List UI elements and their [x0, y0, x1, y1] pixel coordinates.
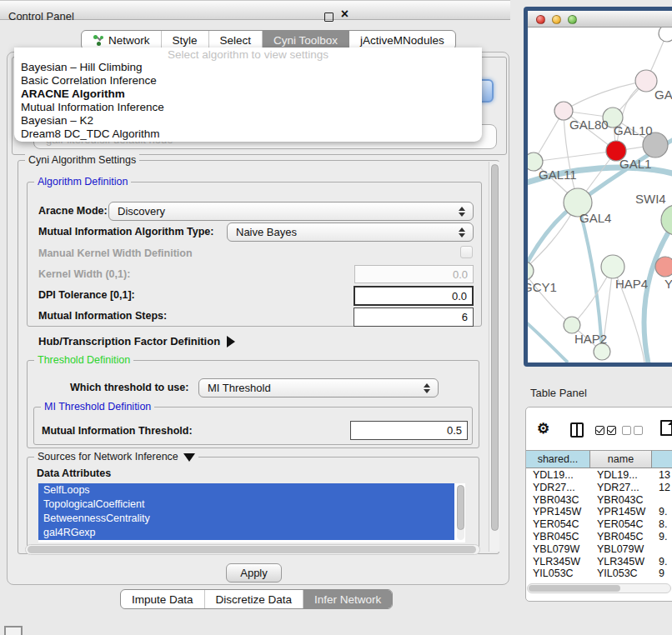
hub-definition-toggle[interactable]: Hub/Transcription Factor Definition [38, 335, 235, 348]
table-row[interactable]: YBR045CYBR045C9. [526, 531, 672, 543]
minimized-panel-icon[interactable] [4, 626, 23, 635]
tab-select[interactable]: Select [209, 31, 263, 49]
bottom-tabbar: Impute DataDiscretize DataInfer Network [120, 589, 393, 609]
attribute-list-item[interactable]: BetweennessCentrality [38, 512, 454, 526]
attributes-scrollbar-thumb[interactable] [457, 485, 464, 530]
settings-group-title: Cyni Algorithm Settings [25, 154, 139, 166]
tab-style[interactable]: Style [162, 31, 209, 49]
algorithm-dropdown-popup: Select algorithm to view settings Bayesi… [14, 48, 482, 142]
deselect-all-checkbox-icon[interactable] [634, 426, 643, 435]
network-edge[interactable] [644, 220, 672, 362]
network-node[interactable] [564, 317, 580, 333]
dropdown-item[interactable]: Bayesian – Hill Climbing [21, 61, 475, 74]
mi-type-combobox[interactable]: Naive Bayes [227, 222, 474, 242]
network-node-label: GAL11 [539, 168, 577, 182]
table-row[interactable]: YBR043CYBR043C [526, 494, 672, 507]
dropdown-item[interactable]: Basic Correlation Inference [21, 74, 475, 88]
which-threshold-combobox[interactable]: MI Threshold [198, 378, 439, 398]
network-edge[interactable] [564, 81, 646, 111]
network-node[interactable] [659, 28, 672, 42]
network-canvas[interactable]: GALGAL80GAL10GAL1GAL11SWI4GAL4HAP4YGCY1H… [528, 28, 672, 362]
table-cell: YBL079W [590, 543, 652, 556]
table-cell [652, 543, 672, 556]
aracne-mode-combobox[interactable]: Discovery [108, 202, 474, 221]
column-layout-icon[interactable] [570, 422, 584, 438]
dpi-tolerance-input[interactable] [354, 286, 474, 306]
network-node[interactable] [601, 255, 624, 278]
close-icon[interactable]: × [341, 8, 349, 21]
network-node[interactable] [528, 262, 534, 280]
kernel-width-label: Kernel Width (0,1): [38, 268, 130, 280]
which-threshold-label: Which threshold to use: [70, 382, 188, 393]
network-edge[interactable] [528, 315, 568, 362]
tab-network[interactable]: Network [82, 31, 162, 49]
table-horizontal-scrollbar[interactable] [527, 583, 671, 593]
table-panel-title: Table Panel [530, 387, 587, 399]
table-row[interactable]: YDR27...YDR27...12 [526, 482, 672, 494]
dropdown-item[interactable]: Mutual Information Inference [21, 101, 475, 114]
bottom-tab-infer-network[interactable]: Infer Network [303, 590, 392, 608]
minimize-traffic-light-icon[interactable] [552, 15, 561, 24]
tab-label: Cyni Toolbox [273, 34, 338, 47]
tab-cyni-toolbox[interactable]: Cyni Toolbox [263, 31, 349, 49]
network-window-titlebar[interactable] [528, 11, 672, 28]
mi-steps-input[interactable] [354, 308, 474, 327]
bottom-tab-discretize-data[interactable]: Discretize Data [205, 590, 304, 608]
network-node[interactable] [661, 205, 672, 235]
network-node-label: GAL1 [619, 157, 651, 171]
manual-kernel-checkbox[interactable] [460, 246, 473, 258]
attributes-scrollbar[interactable] [457, 485, 464, 540]
table-hscrollbar-thumb[interactable] [529, 585, 620, 592]
table-column-header[interactable]: name [590, 450, 652, 468]
apply-button[interactable]: Apply [226, 563, 282, 582]
mi-type-value: Naive Bayes [228, 226, 456, 238]
data-attributes-label: Data Attributes [37, 468, 111, 479]
tab-label: Network [108, 34, 150, 47]
network-node-label: Y [664, 277, 672, 291]
sources-horizontal-scrollbar[interactable] [25, 544, 480, 555]
mi-type-label: Mutual Information Algorithm Type: [38, 226, 213, 238]
tab-jactivemnodules[interactable]: jActiveMNodules [349, 31, 455, 49]
table-settings-gear-icon[interactable]: ⚙ [537, 421, 549, 438]
table-row[interactable]: YLR345WYLR345W9. [526, 556, 672, 568]
table-cell: YPR145W [590, 506, 652, 518]
table-cell: YDR27... [590, 482, 652, 494]
sources-hscrollbar-thumb[interactable] [28, 546, 476, 553]
deselect-all-checkbox-icon[interactable] [622, 426, 631, 435]
bottom-tab-impute-data[interactable]: Impute Data [121, 590, 205, 608]
attribute-list-item[interactable]: TopologicalCoefficient [38, 498, 454, 512]
new-table-file-icon[interactable] [660, 420, 672, 436]
network-node[interactable] [594, 343, 610, 360]
mi-threshold-input[interactable] [350, 421, 468, 440]
dropdown-item[interactable]: ARACNE Algorithm [21, 88, 475, 101]
zoom-traffic-light-icon[interactable] [568, 15, 577, 24]
network-edge[interactable] [528, 271, 572, 325]
kernel-width-input[interactable] [354, 265, 474, 283]
manual-kernel-label: Manual Kernel Width Definition [38, 248, 193, 259]
network-edge[interactable] [534, 151, 616, 162]
table-row[interactable]: YIL053CYIL053C9 [526, 568, 672, 580]
table-column-header[interactable]: A [652, 450, 672, 468]
attribute-list-item[interactable]: SelfLoops [38, 483, 454, 498]
settings-vertical-scrollbar[interactable] [489, 162, 499, 552]
attribute-list-item[interactable]: gal4RGexp [38, 526, 454, 540]
select-all-checkbox-icon[interactable] [607, 426, 616, 435]
table-column-header[interactable]: shared... [526, 450, 590, 468]
dropdown-item[interactable]: Dream8 DC_TDC Algorithm [21, 128, 475, 141]
table-row[interactable]: YER054CYER054C8. [526, 518, 672, 531]
network-node[interactable] [655, 257, 672, 277]
dropdown-item[interactable]: Bayesian – K2 [21, 114, 475, 128]
application-root: Control Panel × NetworkStyleSelectCyni T… [0, 0, 672, 635]
table-cell: YBR045C [526, 531, 590, 543]
table-cell: YIL053C [526, 568, 590, 580]
settings-scrollbar-thumb[interactable] [491, 164, 499, 531]
table-row[interactable]: YBL079WYBL079W [526, 543, 672, 556]
table-cell: 9. [652, 531, 672, 543]
stepper-arrows-icon [456, 228, 468, 238]
float-window-icon[interactable] [324, 12, 333, 22]
table-row[interactable]: YPR145WYPR145W9. [526, 506, 672, 518]
select-all-checkbox-icon[interactable] [595, 426, 604, 435]
close-traffic-light-icon[interactable] [536, 15, 545, 24]
table-row[interactable]: YDL19...YDL19...13 [526, 469, 672, 482]
mi-steps-label: Mutual Information Steps: [38, 310, 167, 322]
